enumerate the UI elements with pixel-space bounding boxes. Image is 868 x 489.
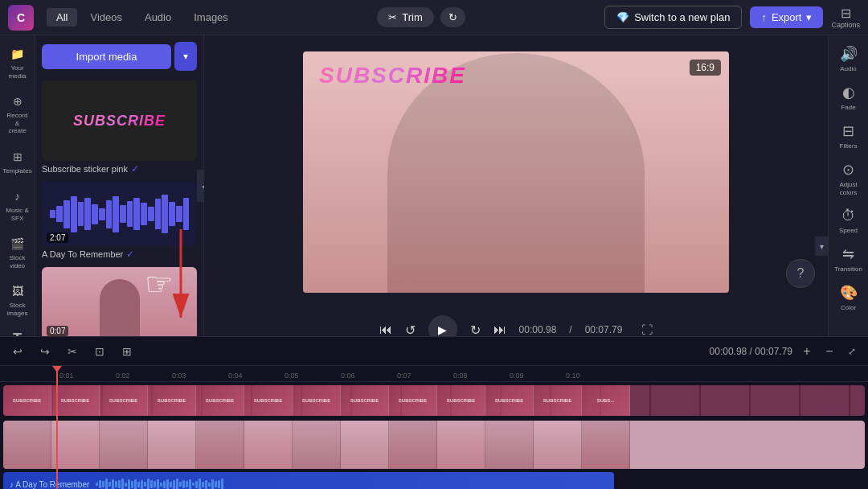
right-tool-transition[interactable]: ⇋ Transition [830,240,867,277]
aspect-ratio-badge: 16:9 [690,60,721,76]
loop-button[interactable]: ↻ [440,7,465,27]
export-button[interactable]: ↑ Export ▾ [750,6,823,28]
speed-tool-icon: ⏱ [841,208,856,224]
right-tool-fade[interactable]: ◐ Fade [830,79,867,116]
subscribe-cell: SUBSCRIBE [389,385,437,416]
timeline-content: 0:01 0:02 0:03 0:04 0:05 0:06 0:07 0:08 … [0,366,868,489]
video-frame: SUBSCRIBE 16:9 [303,51,729,293]
subscribe-cell: SUBS... [582,385,630,416]
audio-thumbnail[interactable]: 2:07 [42,182,197,246]
trim-button[interactable]: ✂ Trim [377,7,434,27]
sidebar-item-stock-video[interactable]: 🎬 Stock video [2,230,34,274]
sidebar-item-music-sfx[interactable]: ♪ Music & SFX [2,183,34,227]
redo-button[interactable]: ↪ [34,340,56,363]
wave-mini-bar [160,483,162,487]
zoom-controls: + − ⤢ [797,342,862,361]
diamond-icon: 💎 [616,11,629,23]
paste-button[interactable]: ⊞ [116,340,138,363]
video-cell [534,421,582,469]
subscribe-cell: SUBSCRIBE [3,385,51,416]
collapse-preview-button[interactable]: ▾ [815,236,828,256]
preview-area: SUBSCRIBE 16:9 ⏮ ↺ ▶ ↻ ⏭ 00:00.98 / 00:0… [204,35,828,336]
audio-check-icon: ✓ [126,249,134,260]
subscribe-cell: SUBSCRIBE [244,385,293,416]
ruler-mark-2: 0:02 [116,372,130,380]
wave-mini-bar [134,479,137,490]
undo-button[interactable]: ↩ [6,340,29,363]
wave-mini-bar [99,480,101,488]
nav-tab-audio[interactable]: Audio [135,8,181,27]
cut-button[interactable]: ✂ [61,340,84,363]
import-media-button[interactable]: Import media [42,44,171,69]
nav-tab-images[interactable]: Images [184,8,238,27]
wave-mini-bar [163,481,166,488]
zoom-out-button[interactable]: − [820,342,839,361]
wave-bar [183,198,190,230]
video-cell [148,421,196,469]
sidebar-item-your-media[interactable]: 📁 Your media [2,40,34,84]
wave-bar [78,202,84,226]
wave-bar [99,208,105,220]
sidebar-item-stock-images[interactable]: 🖼 Stock images [2,277,34,322]
wave-mini-bar [137,482,140,487]
wave-mini-bar [202,482,204,487]
right-tool-audio[interactable]: 🔊 Audio [830,40,867,77]
subscribe-cell: SUBSCRIBE [437,385,485,416]
subscribe-thumbnail[interactable]: SUBSCRIBE [42,80,197,161]
sidebar-item-text[interactable]: T Text [2,326,34,336]
wave-mini-bar [211,479,214,490]
audio-track[interactable]: ♪ A Day To Remember [3,472,614,489]
right-tool-adjust-colors[interactable]: ⊙ Adjust colors [830,156,867,201]
captions-panel[interactable]: ⊟ Captions [831,6,860,29]
video-cell [485,421,534,469]
skip-forward-button[interactable]: ⏭ [493,323,506,336]
fade-tool-label: Fade [841,104,855,111]
play-button[interactable]: ▶ [428,315,457,336]
video-track[interactable] [3,421,865,469]
wave-mini-bar [176,479,178,489]
sidebar-item-templates[interactable]: ⊞ Templates [2,143,34,179]
switch-plan-button[interactable]: 💎 Switch to a new plan [604,6,742,29]
wave-mini-bar [147,479,149,489]
fullscreen-button[interactable]: ⛶ [641,323,653,336]
timeline-toolbar: ↩ ↪ ✂ ⊡ ⊞ 00:00.98 / 00:07.79 + − ⤢ [0,337,868,366]
zoom-in-button[interactable]: + [797,342,817,361]
wave-bar [176,206,182,222]
wave-mini-bar [105,479,108,489]
color-tool-icon: 🎨 [840,284,858,302]
wave-bar [141,203,147,225]
collapse-icon: ▾ [820,242,824,251]
top-bar-right: 💎 Switch to a new plan ↑ Export ▾ ⊟ Capt… [604,6,860,29]
fit-button[interactable]: ⤢ [842,342,862,361]
ruler-mark-4: 0:04 [228,372,243,380]
skip-back-button[interactable]: ⏮ [379,323,392,336]
wave-mini-bar [157,479,159,489]
video-thumbnail[interactable]: 0:07 [42,267,197,336]
duplicate-button[interactable]: ⊡ [88,340,111,363]
nav-tab-all[interactable]: All [47,8,77,27]
subscribe-cell: SUBSCRIBE [148,385,196,416]
track-container: SUBSCRIBE SUBSCRIBE SUBSCRIBE SUBSCRIBE … [0,382,868,489]
right-tool-speed[interactable]: ⏱ Speed [830,203,867,239]
right-tool-color[interactable]: 🎨 Color [830,279,867,316]
ruler-mark-3: 0:03 [172,372,186,380]
rewind-button[interactable]: ↺ [405,323,416,337]
subscribe-sticker-track[interactable]: SUBSCRIBE SUBSCRIBE SUBSCRIBE SUBSCRIBE … [3,385,865,416]
wave-mini-bar [125,483,127,487]
wave-bar [120,205,126,224]
top-bar: C All Videos Audio Images ✂ Trim ↻ 💎 Swi… [0,0,868,35]
help-button[interactable]: ? [786,259,815,288]
forward-button[interactable]: ↻ [470,323,481,337]
import-chevron-button[interactable]: ▾ [174,42,197,71]
sidebar-label-record: Record &create [5,112,31,135]
right-tool-filters[interactable]: ⊟ Filters [830,117,867,154]
color-tool-label: Color [841,304,856,311]
wave-mini-bar [128,479,130,489]
nav-tab-videos[interactable]: Videos [80,8,132,27]
audio-track-inner: ♪ A Day To Remember [3,472,614,489]
ruler-mark-6: 0:06 [341,372,355,380]
ruler-mark-7: 0:07 [397,372,411,380]
wave-bar [133,198,140,230]
sidebar-item-record-create[interactable]: ⊕ Record &create [2,88,34,140]
wave-mini-bar [173,480,175,489]
